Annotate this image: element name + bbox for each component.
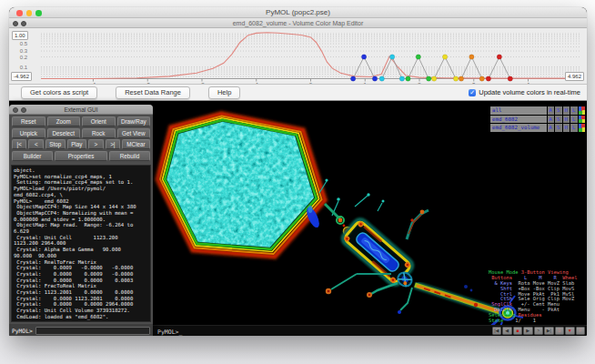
ext-button-orient[interactable]: Orient [82, 116, 116, 126]
ext-button-rock[interactable]: Rock [82, 128, 116, 138]
object-name[interactable]: emd_6082 [490, 116, 547, 124]
ext-minimize-icon[interactable] [21, 107, 26, 113]
svg-text:0.1: 0.1 [20, 65, 28, 70]
external-gui-title: External GUI [9, 105, 153, 115]
color-point[interactable] [459, 76, 463, 81]
svg-text:3: 3 [472, 82, 476, 84]
vcr-button[interactable]: |◀ [492, 327, 502, 335]
color-point[interactable] [399, 76, 404, 81]
help-button[interactable]: Help [208, 86, 240, 99]
console-line: 1123.200 2964.000 [14, 240, 149, 247]
svg-text:2: 2 [418, 82, 421, 84]
color-point[interactable] [379, 76, 384, 81]
get-colors-button[interactable]: Get colors as script [21, 86, 97, 99]
object-menu-a[interactable]: A [548, 124, 555, 132]
object-menu-h[interactable]: H [563, 116, 570, 124]
ext-button--[interactable]: > [88, 139, 103, 149]
object-menu-a[interactable]: A [548, 116, 555, 124]
object-name[interactable]: emd_6082_volume [490, 124, 547, 132]
object-menu-s[interactable]: S [555, 106, 562, 115]
color-point[interactable] [469, 55, 474, 59]
object-menu-c[interactable]: C [579, 124, 586, 132]
ext-button--[interactable]: |< [12, 139, 26, 149]
object-menu-l[interactable]: L [570, 124, 578, 132]
object-menu-l[interactable]: L [570, 116, 578, 124]
ext-button-reset[interactable]: Reset [12, 116, 45, 126]
object-menu-l[interactable]: L [570, 106, 578, 115]
ext-button-unpick[interactable]: Unpick [12, 128, 45, 138]
color-point[interactable] [486, 76, 490, 81]
color-point[interactable] [431, 76, 436, 81]
color-point[interactable] [453, 76, 458, 81]
external-gui-buttons: ResetZoomOrientDraw/RayUnpickDeselectRoc… [9, 115, 153, 163]
ext-button-mclear[interactable]: MClear [122, 139, 150, 149]
color-point[interactable] [426, 76, 430, 81]
editor-title: emd_6082_volume - Volume Color Map Edito… [9, 18, 587, 28]
vcr-button[interactable]: F [576, 327, 586, 335]
object-name[interactable]: all [490, 106, 547, 115]
object-menu-s[interactable]: S [555, 124, 562, 132]
editor-close-icon[interactable] [13, 21, 18, 26]
console-line: Crystal: 1123.2001 0.0000 0.0000 [14, 289, 149, 296]
color-point[interactable] [372, 76, 377, 81]
editor-minimize-icon[interactable] [21, 21, 26, 26]
external-gui-window: External GUI ResetZoomOrientDraw/RayUnpi… [9, 105, 153, 336]
ext-button-properties[interactable]: Properties [55, 151, 107, 161]
ext-button-get-view[interactable]: Get View [117, 128, 151, 138]
console-line: 0.000000 and stdev = 1.000000. [14, 217, 149, 223]
color-point[interactable] [479, 76, 484, 81]
vcr-button[interactable]: ■ [513, 327, 523, 335]
ext-button--[interactable]: < [28, 139, 43, 149]
viewport[interactable]: PyMOL>_ External GUI ResetZoomOrientDraw… [9, 101, 587, 336]
command-input[interactable] [35, 327, 150, 335]
color-point[interactable] [350, 76, 355, 81]
ext-button-stop[interactable]: Stop [45, 139, 66, 149]
object-menu-a[interactable]: A [548, 106, 555, 115]
ext-button-deselect[interactable]: Deselect [47, 128, 81, 138]
console-line: Setting: normalize_ccp4_maps set to 1. [14, 179, 149, 186]
ext-button-play[interactable]: Play [67, 139, 87, 149]
close-button[interactable] [16, 10, 23, 16]
realtime-checkbox[interactable]: ✓ [469, 89, 476, 96]
ext-close-icon[interactable] [13, 107, 18, 113]
color-point[interactable] [497, 55, 501, 59]
xmin-input[interactable]: -4.962 [11, 72, 32, 81]
ymax-input[interactable]: 1.00 [12, 31, 28, 40]
ext-button-rebuild[interactable]: Rebuild [109, 151, 150, 161]
ext-button-draw-ray[interactable]: Draw/Ray [117, 116, 151, 126]
svg-text:-1: -1 [254, 82, 259, 84]
console-line: Crystal: Unit Cell Volume 3739318272. [14, 308, 149, 314]
zoom-button[interactable] [35, 10, 42, 16]
object-menu-c[interactable]: C [579, 106, 586, 115]
ext-button-builder[interactable]: Builder [12, 151, 53, 161]
vcr-button[interactable]: > [534, 327, 544, 335]
ext-button-zoom[interactable]: Zoom [47, 116, 81, 126]
vcr-button[interactable]: S [555, 327, 565, 335]
vcr-button[interactable]: ▶ [523, 327, 533, 335]
color-point[interactable] [442, 55, 447, 59]
minimize-button[interactable] [26, 10, 33, 16]
color-point[interactable] [416, 55, 420, 59]
color-point[interactable] [508, 76, 512, 81]
color-point[interactable] [406, 76, 410, 81]
vcr-button[interactable]: ◀ [502, 327, 512, 335]
ext-button--[interactable]: >| [106, 139, 120, 149]
external-gui-titlebar: External GUI [9, 105, 153, 115]
object-menu-c[interactable]: C [579, 116, 586, 124]
vcr-button[interactable]: ▶| [544, 327, 554, 335]
volume-color-plot[interactable]: 0.50.30.20.1-4-3-2-101234 1.00 -4.962 4.… [9, 28, 587, 85]
object-row-emd_6082: emd_6082ASHLC [490, 116, 585, 124]
object-menu-s[interactable]: S [555, 116, 562, 124]
color-point[interactable] [361, 55, 366, 59]
mouse-mode-panel: Mouse Mode 3-Button Viewing Buttons L M … [489, 270, 585, 324]
object-menu-h[interactable]: H [563, 106, 570, 115]
console-log[interactable]: object.PyMOL>set normalize_ccp4_maps, 1 … [11, 165, 151, 322]
xmax-input[interactable]: 4.962 [565, 72, 584, 81]
vcr-button[interactable]: ▼ [565, 327, 575, 335]
console-line: 90.000 90.000 [14, 253, 149, 259]
object-menu-h[interactable]: H [563, 124, 570, 132]
color-point[interactable] [389, 55, 394, 59]
reset-range-button[interactable]: Reset Data Range [116, 86, 190, 99]
volume-editor-window: emd_6082_volume - Volume Color Map Edito… [9, 18, 587, 101]
editor-toolbar: Get colors as script Reset Data Range He… [9, 85, 587, 101]
